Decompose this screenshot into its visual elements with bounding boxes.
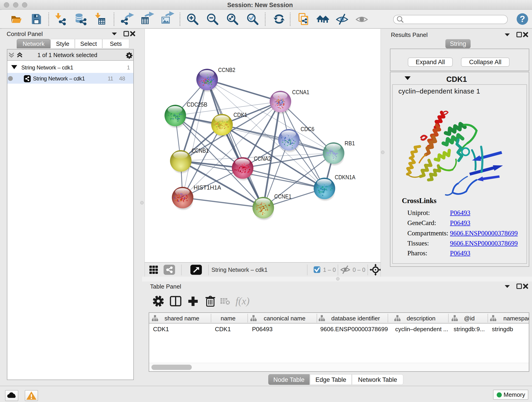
svg-text:HIST1H1A: HIST1H1A: [194, 184, 221, 191]
svg-text:canonical name: canonical name: [264, 315, 305, 322]
svg-text:CDC6: CDC6: [301, 126, 314, 132]
svg-text:1 – 0: 1 – 0: [323, 267, 336, 273]
svg-text:CDKN1A: CDKN1A: [335, 174, 355, 180]
svg-text:description: description: [407, 315, 436, 322]
svg-text:CCNE1: CCNE1: [274, 193, 291, 200]
svg-text:0 – 0: 0 – 0: [353, 267, 365, 273]
svg-text:shared name: shared name: [165, 315, 199, 322]
svg-text:f(x): f(x): [235, 295, 249, 307]
svg-text:CCNB1: CCNB1: [191, 147, 209, 154]
svg-text:RB1: RB1: [345, 140, 355, 147]
svg-text:String Network – cdk1: String Network – cdk1: [211, 267, 268, 273]
svg-text:namespace: namespace: [503, 315, 529, 322]
svg-text:@id: @id: [464, 315, 475, 322]
svg-text:CCNA2: CCNA2: [254, 155, 271, 162]
svg-text:CDK1: CDK1: [234, 112, 247, 118]
svg-text:CCNB2: CCNB2: [218, 67, 235, 73]
svg-text:?: ?: [520, 14, 525, 24]
svg-text:database identifier: database identifier: [331, 315, 380, 322]
svg-text:name: name: [221, 315, 235, 322]
svg-text:CDC25B: CDC25B: [187, 101, 207, 108]
svg-text:CCNA1: CCNA1: [292, 89, 309, 95]
